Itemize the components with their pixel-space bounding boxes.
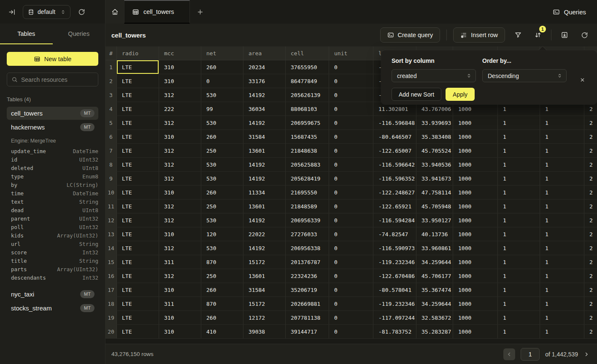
- row-number[interactable]: 20: [105, 325, 117, 338]
- cell[interactable]: 260: [201, 186, 243, 199]
- cell[interactable]: LTE: [117, 297, 159, 310]
- cell[interactable]: 312: [159, 144, 201, 157]
- cell[interactable]: 2: [584, 283, 597, 297]
- cell[interactable]: 1000: [453, 283, 498, 297]
- cell[interactable]: 88068103: [286, 102, 329, 116]
- cell[interactable]: -80.646507: [373, 130, 416, 143]
- cell[interactable]: 2: [584, 116, 597, 129]
- row-number[interactable]: 6: [105, 130, 117, 143]
- cell[interactable]: 14192: [243, 241, 286, 255]
- cell[interactable]: 35206719: [286, 283, 329, 297]
- cell[interactable]: 14192: [243, 158, 286, 171]
- cell[interactable]: 312: [159, 116, 201, 129]
- cell[interactable]: 33.960861: [416, 241, 453, 255]
- cell[interactable]: 15687435: [286, 130, 329, 143]
- cell[interactable]: 1: [540, 311, 584, 324]
- cell[interactable]: -116.590973: [373, 241, 416, 255]
- cell[interactable]: -116.596352: [373, 172, 416, 185]
- cell[interactable]: 45.706177: [416, 269, 453, 283]
- cell[interactable]: 35.283287: [416, 325, 453, 338]
- cell[interactable]: 0: [329, 172, 373, 185]
- row-number[interactable]: 7: [105, 144, 117, 157]
- cell[interactable]: 1000: [453, 158, 498, 171]
- collapse-sidebar-button[interactable]: [6, 6, 18, 18]
- cell[interactable]: 1: [540, 297, 584, 310]
- cell[interactable]: 530: [201, 241, 243, 255]
- cell[interactable]: 13601: [243, 200, 286, 213]
- sidebar-tab-tables[interactable]: Tables: [0, 24, 53, 44]
- row-number[interactable]: 2: [105, 74, 117, 88]
- cell[interactable]: 0: [329, 88, 373, 102]
- cell[interactable]: 2: [584, 325, 597, 338]
- cell[interactable]: 0: [329, 311, 373, 324]
- cell[interactable]: 37655950: [286, 60, 329, 74]
- cell[interactable]: LTE: [117, 144, 159, 157]
- cell[interactable]: 870: [201, 297, 243, 310]
- cell[interactable]: 1: [498, 200, 540, 213]
- cell[interactable]: 15172: [243, 297, 286, 310]
- row-number[interactable]: 10: [105, 186, 117, 199]
- cell[interactable]: 310: [159, 227, 201, 241]
- cell[interactable]: -74.82547: [373, 227, 416, 241]
- cell[interactable]: 1: [540, 283, 584, 297]
- cell[interactable]: 201376787: [286, 255, 329, 269]
- cell[interactable]: 34.259644: [416, 297, 453, 310]
- row-number[interactable]: 9: [105, 172, 117, 185]
- sidebar-item-hackernews[interactable]: hackernews MT: [7, 121, 98, 134]
- page-number-input[interactable]: [521, 348, 540, 361]
- cell[interactable]: 1000: [453, 172, 498, 185]
- column-header[interactable]: cell: [286, 46, 329, 60]
- cell[interactable]: 312: [159, 241, 201, 255]
- cell[interactable]: 40.13736: [416, 227, 453, 241]
- search-input[interactable]: [21, 76, 94, 83]
- cell[interactable]: 1: [540, 158, 584, 171]
- cell[interactable]: LTE: [117, 186, 159, 199]
- cell[interactable]: 1: [540, 200, 584, 213]
- cell[interactable]: LTE: [117, 88, 159, 102]
- tab-cell-towers[interactable]: cell_towers: [124, 0, 190, 24]
- cell[interactable]: 1: [498, 241, 540, 255]
- cell[interactable]: 1: [540, 116, 584, 129]
- row-number[interactable]: 14: [105, 241, 117, 255]
- cell[interactable]: 312: [159, 200, 201, 213]
- cell[interactable]: 31584: [243, 283, 286, 297]
- cell[interactable]: 36034: [243, 102, 286, 116]
- create-query-button[interactable]: Create query: [380, 27, 440, 43]
- cell[interactable]: 14192: [243, 213, 286, 227]
- cell[interactable]: 0: [329, 130, 373, 143]
- cell[interactable]: 15172: [243, 255, 286, 269]
- cell[interactable]: 1: [498, 283, 540, 297]
- cell[interactable]: 1: [498, 158, 540, 171]
- cell[interactable]: 11334: [243, 186, 286, 199]
- row-number[interactable]: 16: [105, 269, 117, 283]
- cell[interactable]: 1: [498, 325, 540, 338]
- cell[interactable]: 260: [201, 283, 243, 297]
- row-number[interactable]: 8: [105, 158, 117, 171]
- row-number[interactable]: 18: [105, 297, 117, 310]
- cell[interactable]: 206959675: [286, 116, 329, 129]
- cell[interactable]: -116.594284: [373, 213, 416, 227]
- cell[interactable]: -119.232346: [373, 255, 416, 269]
- cell[interactable]: 310: [159, 130, 201, 143]
- cell[interactable]: 1: [540, 325, 584, 338]
- insert-row-button[interactable]: Insert row: [453, 27, 505, 43]
- row-number[interactable]: 19: [105, 311, 117, 324]
- prev-page-button[interactable]: [503, 348, 515, 360]
- cell[interactable]: 1: [498, 116, 540, 129]
- cell[interactable]: 21695550: [286, 186, 329, 199]
- cell[interactable]: 21848589: [286, 200, 329, 213]
- cell[interactable]: 45.705948: [416, 200, 453, 213]
- cell[interactable]: 2: [584, 172, 597, 185]
- cell[interactable]: 206956339: [286, 213, 329, 227]
- cell[interactable]: 22022: [243, 227, 286, 241]
- cell[interactable]: 0: [329, 74, 373, 88]
- cell[interactable]: 20234: [243, 60, 286, 74]
- cell[interactable]: 310: [159, 186, 201, 199]
- cell[interactable]: 1: [540, 130, 584, 143]
- new-tab-button[interactable]: [190, 0, 211, 24]
- cell[interactable]: LTE: [117, 74, 159, 88]
- row-number[interactable]: 15: [105, 255, 117, 269]
- cell[interactable]: 1: [540, 241, 584, 255]
- cell[interactable]: 0: [329, 227, 373, 241]
- cell[interactable]: 2: [584, 297, 597, 310]
